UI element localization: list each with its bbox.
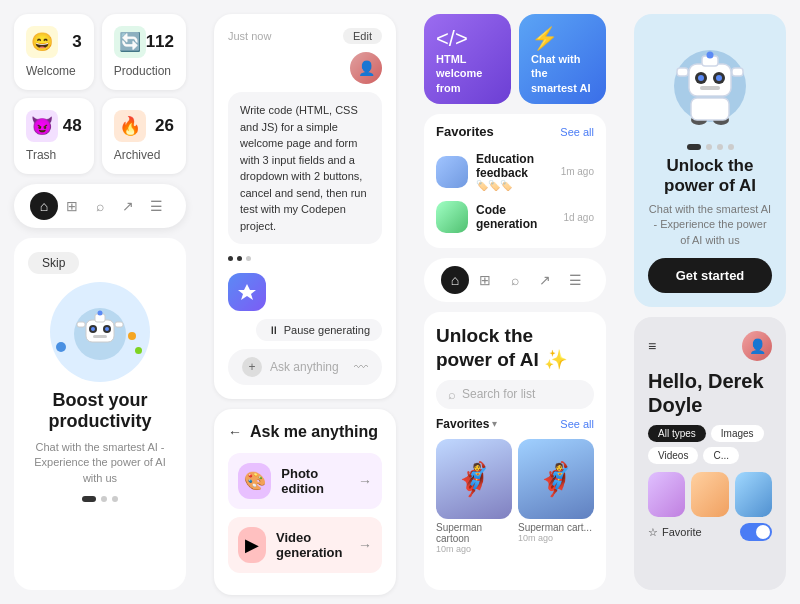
strip-image-2	[691, 472, 728, 517]
fav-item-code[interactable]: Code generation 1d ago	[436, 196, 594, 238]
robot-big-svg	[655, 28, 765, 138]
column-4: Unlock the power of AI Chat with the sma…	[620, 0, 800, 604]
search-bar[interactable]: ⌕ Search for list	[436, 380, 594, 409]
nav2-search-icon[interactable]: ⌕	[501, 266, 529, 294]
robot-dot-4	[728, 144, 734, 150]
robot-dot-1	[687, 144, 701, 150]
robot-dot-2	[706, 144, 712, 150]
add-icon[interactable]: +	[242, 357, 262, 377]
superman-label-1: Superman cartoon	[436, 522, 512, 544]
page-indicator-2	[101, 496, 107, 502]
svg-rect-13	[689, 64, 731, 96]
chat-input-area[interactable]: + Ask anything 〰	[228, 349, 382, 385]
ask-item-video-left: ▶ Video generation	[238, 527, 358, 563]
robot-big-card: Unlock the power of AI Chat with the sma…	[634, 14, 786, 307]
photo-edition-label: Photo edition	[281, 466, 358, 496]
ask-me-card: ← Ask me anything 🎨 Photo edition → ▶ Vi…	[214, 409, 396, 595]
html-welcome-card[interactable]: </> HTML welcome from	[424, 14, 511, 104]
nav2-home-icon[interactable]: ⌂	[441, 266, 469, 294]
get-started-button[interactable]: Get started	[648, 258, 772, 293]
decorative-dot-orange	[128, 332, 136, 340]
strip-image-1	[648, 472, 685, 517]
svg-marker-11	[238, 284, 256, 300]
favorite-label-text: Favorite	[662, 526, 702, 538]
education-name: Education feedback	[476, 152, 553, 180]
ask-item-video[interactable]: ▶ Video generation →	[228, 517, 382, 573]
nav-home-icon[interactable]: ⌂	[30, 192, 58, 220]
nav2-share-icon[interactable]: ↗	[531, 266, 559, 294]
boost-title: Boost your productivity	[28, 390, 172, 432]
favorites-section: Favorites See all Education feedback 🏷️🏷…	[424, 114, 606, 248]
ask-header: ← Ask me anything	[228, 423, 382, 441]
svg-rect-18	[700, 86, 720, 90]
nav-share-icon[interactable]: ↗	[114, 192, 142, 220]
nav2-layers-icon[interactable]: ⊞	[471, 266, 499, 294]
skip-button[interactable]: Skip	[28, 252, 79, 274]
see-all-2-link[interactable]: See all	[560, 418, 594, 430]
svg-point-16	[698, 75, 704, 81]
fav-item-education[interactable]: Education feedback 🏷️🏷️🏷️ 1m ago	[436, 147, 594, 196]
svg-rect-22	[732, 68, 743, 76]
production-count: 112	[146, 32, 174, 52]
unlock-big-sub: Chat with the smartest AI - Experience t…	[648, 202, 772, 248]
chat-input-placeholder: Ask anything	[270, 360, 346, 374]
ask-item-photo[interactable]: 🎨 Photo edition →	[228, 453, 382, 509]
images-strip	[648, 472, 772, 517]
archived-icon: 🔥	[114, 110, 146, 142]
app-card-welcome[interactable]: 😄 3 Welcome	[14, 14, 94, 90]
pause-icon: ⏸	[268, 324, 279, 336]
see-all-link[interactable]: See all	[560, 126, 594, 138]
unlock-title: Unlock the power of AI ✨	[436, 324, 594, 372]
toggle-knob	[756, 525, 770, 539]
svg-rect-21	[677, 68, 688, 76]
nav-menu-icon[interactable]: ☰	[142, 192, 170, 220]
chevron-down-icon: ▾	[492, 418, 497, 429]
superman-card-1[interactable]: 🦸 Superman cartoon 10m ago	[436, 439, 512, 554]
superman-time-1: 10m ago	[436, 544, 512, 554]
filter-videos[interactable]: Videos	[648, 447, 698, 464]
svg-point-5	[105, 327, 109, 331]
video-generation-label: Video generation	[276, 530, 358, 560]
filter-more[interactable]: C...	[703, 447, 739, 464]
app-card-production[interactable]: 🔄 112 Production	[102, 14, 186, 90]
edit-button[interactable]: Edit	[343, 28, 382, 44]
filter-images[interactable]: Images	[711, 425, 764, 442]
page-indicator-3	[112, 496, 118, 502]
pause-button[interactable]: ⏸ Pause generating	[256, 319, 382, 341]
favorites-header: Favorites See all	[436, 124, 594, 139]
filter-tabs: All types Images Videos C...	[648, 425, 772, 464]
back-arrow-icon[interactable]: ←	[228, 424, 242, 440]
bottom-nav-1: ⌂ ⊞ ⌕ ↗ ☰	[14, 184, 186, 228]
chat-ai-card[interactable]: ⚡ Chat with the smartest AI	[519, 14, 606, 104]
education-thumbnail	[436, 156, 468, 188]
chat-ai-label: Chat with the smartest AI	[531, 52, 594, 95]
strip-image-3	[735, 472, 772, 517]
app-card-trash[interactable]: 😈 48 Trash	[14, 98, 94, 174]
hello-avatar: 👤	[742, 331, 772, 361]
nav-search-icon[interactable]: ⌕	[86, 192, 114, 220]
dot-2	[237, 256, 242, 261]
svg-rect-10	[115, 322, 123, 327]
chat-header: Just now Edit	[228, 28, 382, 44]
archived-count: 26	[155, 116, 174, 136]
nav2-menu-icon[interactable]: ☰	[561, 266, 589, 294]
filter-all-types[interactable]: All types	[648, 425, 706, 442]
production-icon: 🔄	[114, 26, 146, 58]
nav-layers-icon[interactable]: ⊞	[58, 192, 86, 220]
superman-card-2[interactable]: 🦸 Superman cart... 10m ago	[518, 439, 594, 554]
hamburger-icon[interactable]: ≡	[648, 338, 656, 354]
trash-count: 48	[63, 116, 82, 136]
svg-point-17	[716, 75, 722, 81]
image-grid: 🦸 Superman cartoon 10m ago 🦸 Superman ca…	[436, 439, 594, 554]
svg-rect-9	[77, 322, 85, 327]
star-icon: ☆	[648, 526, 658, 539]
app-card-archived[interactable]: 🔥 26 Archived	[102, 98, 186, 174]
decorative-dot-green	[135, 347, 142, 354]
dot-3	[246, 256, 251, 261]
favorite-toggle[interactable]	[740, 523, 772, 541]
boost-subtitle: Chat with the smartest AI - Experience t…	[28, 440, 172, 486]
video-generation-icon: ▶	[238, 527, 266, 563]
column-2: Just now Edit 👤 Write code (HTML, CSS an…	[200, 0, 410, 604]
svg-point-4	[91, 327, 95, 331]
ai-response-row	[228, 273, 382, 311]
